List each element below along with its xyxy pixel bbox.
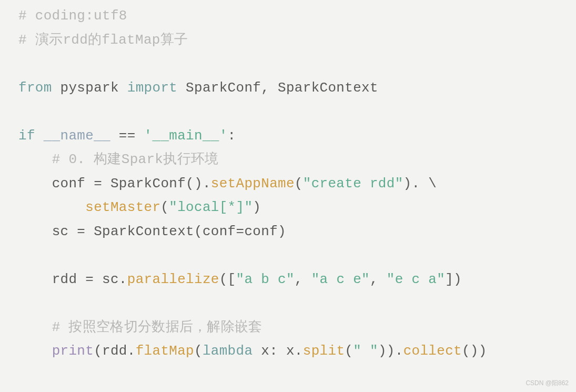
line-continuation: \ xyxy=(428,176,437,192)
comment: # 按照空格切分数据后，解除嵌套 xyxy=(52,319,262,335)
paren: ( xyxy=(295,176,303,192)
var-sc: sc xyxy=(52,224,69,239)
operator-assign: = xyxy=(236,224,245,239)
keyword-lambda: lambda xyxy=(203,343,252,359)
code-line-12: rdd = sc.parallelize(["a b c", "a c e", … xyxy=(18,268,558,292)
paren: ()) xyxy=(462,343,487,359)
code-line-15: print(rdd.flatMap(lambda x: x.split(" ")… xyxy=(18,339,558,364)
string-eca: "e c a" xyxy=(387,272,445,287)
string-create-rdd: "create rdd" xyxy=(303,176,403,192)
var-rdd-dot: rdd. xyxy=(102,343,136,359)
var-conf: conf xyxy=(52,176,86,192)
import-list: SparkConf, SparkContext xyxy=(186,80,378,96)
comma: , xyxy=(295,272,303,287)
string-abc: "a b c" xyxy=(236,272,295,287)
code-line-9: setMaster("local[*]") xyxy=(18,196,558,220)
code-line-3 xyxy=(18,52,558,76)
csdn-watermark: CSDN @阳862 xyxy=(526,378,569,389)
var-conf: conf xyxy=(244,224,278,239)
code-line-2: # 演示rdd的flatMap算子 xyxy=(18,28,558,53)
code-line-4: from pyspark import SparkConf, SparkCont… xyxy=(18,76,558,100)
paren: ) xyxy=(252,199,261,215)
comment: # 0. 构建Spark执行环境 xyxy=(52,152,219,167)
comma: , xyxy=(370,272,378,287)
colon: : xyxy=(228,128,236,144)
class-sparkcontext: SparkContext xyxy=(94,224,194,239)
code-line-8: conf = SparkConf().setAppName("create rd… xyxy=(18,172,558,196)
code-line-1: # coding:utf8 xyxy=(18,4,558,28)
string-space: " " xyxy=(353,343,378,359)
var-x-dot: x. xyxy=(286,343,303,359)
keyword-from: from xyxy=(18,80,52,96)
operator-eq: == xyxy=(119,128,136,144)
method-setappname: setAppName xyxy=(211,176,295,192)
code-line-6: if __name__ == '__main__': xyxy=(18,124,558,148)
keyword-import: import xyxy=(127,80,177,96)
paren: ) xyxy=(278,224,286,239)
lambda-arg: x: xyxy=(261,343,278,359)
paren: ). xyxy=(403,176,420,192)
string-ace: "a c e" xyxy=(311,272,370,287)
code-line-14: # 按照空格切分数据后，解除嵌套 xyxy=(18,316,558,340)
string-main: '__main__' xyxy=(144,128,228,144)
code-line-10: sc = SparkContext(conf=conf) xyxy=(18,220,558,244)
class-sparkconf: SparkConf xyxy=(110,176,186,192)
string-local: "local[*]" xyxy=(169,199,252,215)
paren: ([ xyxy=(219,272,236,287)
paren: ( xyxy=(345,343,353,359)
var-sc-dot: sc. xyxy=(102,272,127,287)
operator-assign: = xyxy=(77,224,85,239)
method-collect: collect xyxy=(403,343,462,359)
code-line-5 xyxy=(18,100,558,124)
operator-assign: = xyxy=(85,272,94,287)
dunder-name: __name__ xyxy=(44,128,110,144)
module-name: pyspark xyxy=(60,80,119,96)
paren: ]) xyxy=(445,272,462,287)
method-parallelize: parallelize xyxy=(127,272,219,287)
code-line-13 xyxy=(18,292,558,316)
keyword-if: if xyxy=(18,128,35,144)
code-line-7: # 0. 构建Spark执行环境 xyxy=(18,148,558,172)
paren: )). xyxy=(378,343,403,359)
paren: ( xyxy=(194,343,203,359)
var-rdd: rdd xyxy=(52,272,77,287)
method-setmaster: setMaster xyxy=(85,199,160,215)
kwarg-conf: conf xyxy=(203,224,236,239)
paren: ( xyxy=(194,224,203,239)
code-line-11 xyxy=(18,244,558,268)
builtin-print: print xyxy=(52,343,94,359)
comment: # coding:utf8 xyxy=(18,8,127,24)
paren: (). xyxy=(186,176,211,192)
method-flatmap: flatMap xyxy=(136,343,194,359)
paren: ( xyxy=(94,343,102,359)
method-split: split xyxy=(303,343,345,359)
comment: # 演示rdd的flatMap算子 xyxy=(18,32,188,48)
operator-assign: = xyxy=(94,176,102,192)
paren: ( xyxy=(160,199,169,215)
